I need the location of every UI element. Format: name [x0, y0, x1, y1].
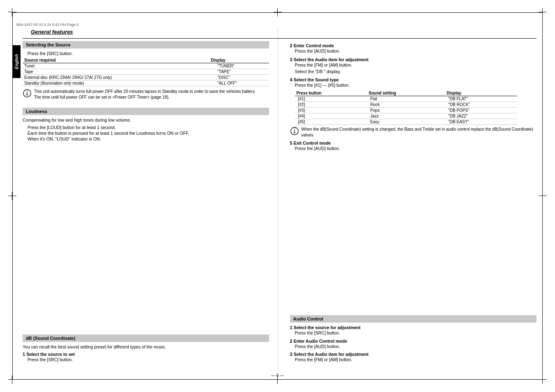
table-row: Standby (Illumination only mode)"ALL OFF… [23, 81, 269, 86]
db-step1: 1 Select the source to set Press the [SR… [23, 352, 269, 363]
sound-note-box: When the dB(Sound Coordinate) setting is… [290, 127, 537, 138]
display-cell: "TAPE" [209, 69, 269, 75]
audio-control-header: Audio Control [290, 315, 537, 323]
audio-step3-title: Select the Audio item for adjustment [294, 352, 368, 357]
loudness-section: Loudness Compensating for low and high t… [23, 108, 269, 141]
step2-enter-control: 2 Enter Control mode Press the [AUD] but… [290, 43, 537, 55]
display-cell: "ALL OFF" [209, 81, 269, 86]
loudness-step3: When it's ON, "LOUD" indicator is ON. [23, 136, 269, 141]
step5-title: Exit Control mode [294, 141, 331, 145]
setting-cell: Flat [367, 96, 445, 102]
english-sidebar: English [12, 45, 21, 78]
step4-number: 4 [290, 77, 294, 82]
table-row: Tuner"TUNER" [23, 63, 269, 69]
table-row: [#5]Easy"DB EASY" [295, 119, 517, 125]
selecting-source-intro: Press the [SRC] button. [23, 51, 269, 56]
title-divider [23, 38, 537, 39]
crosshair-bottom-left [8, 376, 16, 384]
step2-content: Press the [AUD] button. [290, 48, 537, 55]
header-line: B64-2437-00 02.9.24 8:42 PM Page 6 [16, 23, 539, 27]
svg-point-3 [294, 129, 295, 130]
english-label: English [14, 54, 19, 69]
audio-step2: 2 Enter Audio Control mode Press the [AU… [290, 339, 537, 350]
crosshair-center-right [539, 192, 547, 200]
selecting-source-header: Selecting the Source [23, 41, 269, 48]
source-table: Source required Display Tuner"TUNER"Tape… [23, 58, 269, 86]
step3-title: Select the Audio item for adjustment [294, 57, 368, 62]
audio-step3-content: Press the [FM] or [AM] button. [290, 357, 537, 363]
note-line2: The time until full power OFF can be set… [34, 95, 170, 99]
step4-select-sound: 4 Select the Sound type Press the [#1] —… [290, 77, 537, 138]
source-note-text: This unit automatically turns full power… [34, 89, 256, 100]
right-column-upper: 2 Enter Control mode Press the [AUD] but… [290, 41, 537, 154]
table-row: External disc (KRC-294A/ 294G/ 27A/ 27G … [23, 75, 269, 81]
display-cell: "DB JAZZ" [445, 113, 517, 119]
audio-step1: 1 Select the source for adjustment Press… [290, 325, 537, 337]
setting-cell: Rock [367, 102, 445, 108]
step4-content: Press the [#1] — [#5] button. [290, 82, 537, 89]
svg-point-1 [27, 91, 28, 92]
db-step1-title: Select the source to set [26, 352, 75, 357]
db-section: dB (Sound Coordinate) You can recall the… [23, 334, 269, 365]
source-cell: Standby (Illumination only mode) [23, 81, 209, 86]
audio-step1-content: Press the [SRC] button. [290, 330, 537, 337]
crosshair-top-right [539, 8, 547, 16]
page-title: General features [23, 29, 537, 35]
selecting-source-section: Selecting the Source Press the [SRC] but… [23, 41, 269, 100]
source-cell: External disc (KRC-294A/ 294G/ 27A/ 27G … [23, 75, 209, 81]
audio-step3-number: 3 [290, 352, 294, 357]
step3-select-audio: 3 Select the Audio item for adjustment P… [290, 57, 537, 75]
audio-step2-content: Press the [AUD] button. [290, 344, 537, 350]
source-note-box: This unit automatically turns full power… [23, 89, 269, 100]
step3-content2: Select the "DB " display. [290, 69, 537, 75]
crosshair-center-top [274, 8, 282, 16]
page-number: — 6 — [271, 373, 284, 378]
btn-cell: [#2] [295, 102, 367, 108]
left-column-upper: Selecting the Source Press the [SRC] but… [23, 41, 269, 141]
step2-number: 2 [290, 43, 294, 48]
audio-step2-number: 2 [290, 339, 294, 344]
loudness-header: Loudness [23, 108, 269, 115]
table-row: [#4]Jazz"DB JAZZ" [295, 113, 517, 119]
crosshair-center-left [8, 192, 16, 200]
loudness-step2: Each time the button is pressed for at l… [23, 131, 269, 136]
step3-content1: Press the [FM] or [AM] button. [290, 62, 537, 69]
setting-cell: Jazz [367, 113, 445, 119]
note-icon [23, 89, 32, 98]
loudness-step1: Press the [LOUD] button for at least 1 s… [23, 125, 269, 130]
db-step1-number: 1 [23, 352, 26, 357]
step5-exit-control: 5 Exit Control mode Press the [AUD] butt… [290, 141, 537, 152]
table-row: [#3]Pops"DB POPS" [295, 108, 517, 113]
btn-cell: [#3] [295, 108, 367, 113]
display-cell: "DB POPS" [445, 108, 517, 113]
table-row: [#1]Flat"DB FLAT" [295, 96, 517, 102]
sound-note-icon [290, 127, 299, 136]
display-cell: "DISC" [209, 75, 269, 81]
main-content: General features Selecting the Source Pr… [23, 29, 537, 374]
step2-title: Enter Control mode [294, 43, 334, 48]
audio-step1-title: Select the source for adjustment [294, 325, 361, 330]
display-cell: "DB EASY" [445, 119, 517, 125]
sound-note-text: When the dB(Sound Coordinate) setting is… [302, 127, 537, 138]
header-text: B64-2437-00 02.9.24 8:42 PM Page 6 [16, 23, 79, 27]
db-step1-content: Press the [SRC] button. [23, 357, 269, 363]
display-cell: "TUNER" [209, 63, 269, 69]
source-col-header: Source required [23, 58, 209, 63]
db-intro: You can recall the best sound setting pr… [23, 344, 269, 349]
audio-step3: 3 Select the Audio item for adjustment P… [290, 352, 537, 363]
audio-step1-number: 1 [290, 325, 294, 330]
step4-title: Select the Sound type [294, 77, 339, 82]
display-col-header: Display [209, 58, 269, 63]
step3-number: 3 [290, 57, 294, 62]
display-cell: "DB FLAT" [445, 96, 517, 102]
btn-cell: [#1] [295, 96, 367, 102]
loudness-intro: Compensating for low and high tones duri… [23, 118, 269, 122]
display-cell: "DB ROCK" [445, 102, 517, 108]
setting-cell: Easy [367, 119, 445, 125]
audio-step2-title: Enter Audio Control mode [294, 339, 347, 344]
audio-control-section: Audio Control 1 Select the source for ad… [290, 315, 537, 365]
sound-table: Press button Sound setting Display [#1]F… [295, 90, 517, 125]
step5-number: 5 [290, 141, 294, 145]
btn-cell: [#5] [295, 119, 367, 125]
sound-display-col: Display [445, 90, 517, 96]
